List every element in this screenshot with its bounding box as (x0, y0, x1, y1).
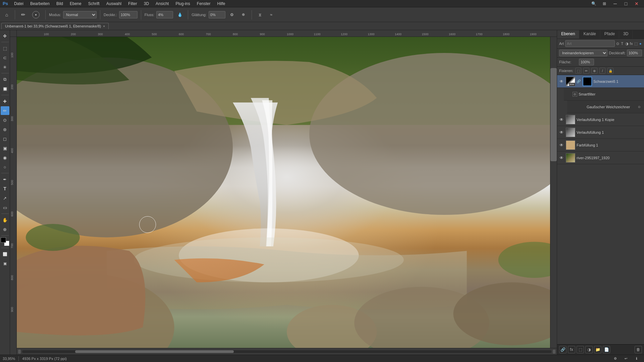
tab-pfade[interactable]: Pfade (600, 30, 619, 39)
crop-tool[interactable]: ⧉ (1, 75, 9, 84)
menu-hilfe[interactable]: Hilfe (214, 1, 228, 7)
menu-fenster[interactable]: Fenster (194, 1, 213, 7)
menu-3d[interactable]: 3D (141, 1, 152, 7)
airbrush-btn[interactable]: 💧 (175, 10, 184, 19)
lasso-tool[interactable]: ⊂ (1, 53, 9, 62)
menu-bearbeiten[interactable]: Bearbeiten (28, 1, 52, 7)
shape-tool[interactable]: ▭ (1, 203, 9, 212)
maximize-btn[interactable]: □ (621, 0, 631, 8)
canvas-content[interactable] (17, 37, 557, 348)
lock-position-btn[interactable]: ⊕ (591, 68, 597, 74)
menu-bild[interactable]: Bild (54, 1, 66, 7)
smooth-input[interactable] (209, 11, 225, 18)
document-tab[interactable]: Unbenannt-1 bei 33,9% (Schwarzweiß 1, Eb… (1, 23, 109, 29)
tab-kanaele[interactable]: Kanäle (579, 30, 600, 39)
layer-item-photo[interactable]: 👁 river-2951997_1920 (557, 152, 644, 164)
vertical-scrollbar[interactable] (550, 37, 557, 348)
layer-vis-verlaufskopie[interactable]: 👁 (558, 117, 565, 123)
scroll-right-btn[interactable] (553, 350, 555, 354)
layer-filter-toggle[interactable]: ● (639, 40, 642, 47)
zoom-tool[interactable]: ⊕ (1, 225, 9, 234)
brush-size-btn[interactable]: ● (30, 10, 42, 19)
menu-schrift[interactable]: Schrift (86, 1, 102, 7)
marquee-tool[interactable]: ⬚ (1, 44, 9, 53)
lock-artboard-btn[interactable]: / (599, 68, 605, 74)
status-info-btn[interactable]: ℹ (632, 354, 641, 362)
horizontal-scrollbar[interactable] (17, 348, 557, 355)
menu-ansicht[interactable]: Ansicht (153, 1, 171, 7)
screen-mode-btn[interactable]: ▣ (1, 259, 9, 268)
layer-item-schwarzweiss[interactable]: 👁 BW 🔗 Schwarzweiß 1 (557, 75, 644, 88)
lock-image-btn[interactable]: ✏ (583, 68, 589, 74)
magic-wand-tool[interactable]: ✳ (1, 63, 9, 71)
minimize-btn[interactable]: ─ (610, 0, 620, 8)
blend-mode-select[interactable]: Normal (63, 11, 97, 18)
gauss-options-btn[interactable]: ⊙ (636, 104, 643, 110)
eyedropper-tool[interactable]: 🔲 (1, 84, 9, 93)
tab-3d[interactable]: 3D (619, 30, 633, 39)
add-mask-btn[interactable]: ⬚ (577, 346, 584, 353)
add-adjustment-btn[interactable]: ◑ (585, 346, 593, 353)
history-brush-tool[interactable]: ⊛ (1, 125, 9, 134)
blur-tool[interactable]: ◉ (1, 153, 9, 162)
menu-plugins[interactable]: Plug-ins (173, 1, 193, 7)
angle-btn[interactable]: ⊕ (239, 10, 248, 19)
scroll-left-btn[interactable] (18, 350, 21, 354)
layer-vis-photo[interactable]: 👁 (558, 155, 565, 161)
scroll-thumb-v[interactable] (550, 68, 557, 161)
new-group-btn[interactable]: 📁 (594, 346, 601, 353)
layer-search-input[interactable] (565, 40, 615, 47)
layer-filter-btn3[interactable]: ◑ (625, 40, 629, 47)
brush-tool-btn[interactable]: ✏ (18, 10, 28, 19)
scroll-thumb-h[interactable] (75, 350, 234, 353)
layer-item-smartfilter[interactable]: ⊙ Smartfilter (564, 88, 644, 101)
quick-mask-btn[interactable]: ⬜ (1, 250, 9, 258)
layer-item-farbfuellung[interactable]: 👁 Farbfüllung 1 (557, 139, 644, 152)
new-layer-btn[interactable]: 📄 (603, 346, 610, 353)
tool-home-btn[interactable]: ⌂ (2, 10, 11, 19)
stamp-tool[interactable]: ⊙ (1, 116, 9, 124)
dodge-tool[interactable]: ○ (1, 163, 9, 171)
canvas-area[interactable]: 100 200 300 400 500 600 700 800 900 1000… (10, 30, 557, 355)
layer-vis-schwarzweiss[interactable]: 👁 (558, 78, 565, 84)
layer-filter-btn5[interactable]: ⬚ (634, 40, 638, 47)
status-history-btn[interactable]: ↩ (621, 354, 631, 362)
delete-layer-btn[interactable]: 🗑 (635, 346, 642, 353)
layer-filter-btn2[interactable]: T (621, 40, 624, 47)
type-tool[interactable]: T (1, 184, 9, 193)
layer-fill-input[interactable] (579, 59, 594, 65)
layer-opacity-input[interactable] (627, 50, 642, 56)
workspace-btn[interactable]: ⊞ (600, 0, 609, 8)
foreground-color-swatch[interactable] (1, 237, 6, 243)
spot-healing-tool[interactable]: ✚ (1, 97, 9, 106)
flow-input[interactable] (156, 11, 173, 18)
gradient-tool[interactable]: ▣ (1, 144, 9, 153)
layer-vis-farbfuellung[interactable]: 👁 (558, 142, 565, 148)
symmetry-btn[interactable]: ⧖ (255, 10, 265, 19)
layer-item-gauss[interactable]: Gaußscher Weichzeichner ⊙ (567, 101, 644, 113)
add-style-btn[interactable]: fx (568, 346, 575, 353)
layer-item-verlauf1[interactable]: 👁 Verlaufsfüllung 1 (557, 126, 644, 139)
lock-transparent-btn[interactable]: ⬚ (575, 68, 581, 74)
search-btn[interactable]: 🔍 (589, 0, 598, 8)
layer-filter-btn1[interactable]: ⊙ (616, 40, 619, 47)
smooth-settings-btn[interactable]: ⚙ (227, 10, 237, 19)
menu-filter[interactable]: Filter (125, 1, 140, 7)
lock-all-btn[interactable]: 🔒 (607, 68, 613, 74)
link-layers-btn[interactable]: 🔗 (559, 346, 567, 353)
close-btn[interactable]: ✕ (632, 0, 641, 8)
layer-item-verlaufskopie[interactable]: 👁 Verlaufsfüllung 1 Kopie (557, 113, 644, 126)
opacity-input[interactable] (119, 11, 138, 18)
menu-auswahl[interactable]: Auswahl (104, 1, 124, 7)
pen-tool[interactable]: ✒ (1, 175, 9, 184)
menu-datei[interactable]: Datei (11, 1, 26, 7)
layer-vis-verlauf1[interactable]: 👁 (558, 129, 565, 135)
eraser-tool[interactable]: ◻ (1, 134, 9, 143)
tab-ebenen[interactable]: Ebenen (557, 30, 579, 39)
path-selection-tool[interactable]: ↗ (1, 194, 9, 202)
hand-tool[interactable]: ✋ (1, 216, 9, 224)
pressure-btn[interactable]: ≈ (267, 10, 276, 19)
layer-filter-btn4[interactable]: fx (630, 40, 633, 47)
menu-ebene[interactable]: Ebene (67, 1, 84, 7)
layer-blend-select[interactable]: Ineinanderkopieren (559, 50, 607, 56)
